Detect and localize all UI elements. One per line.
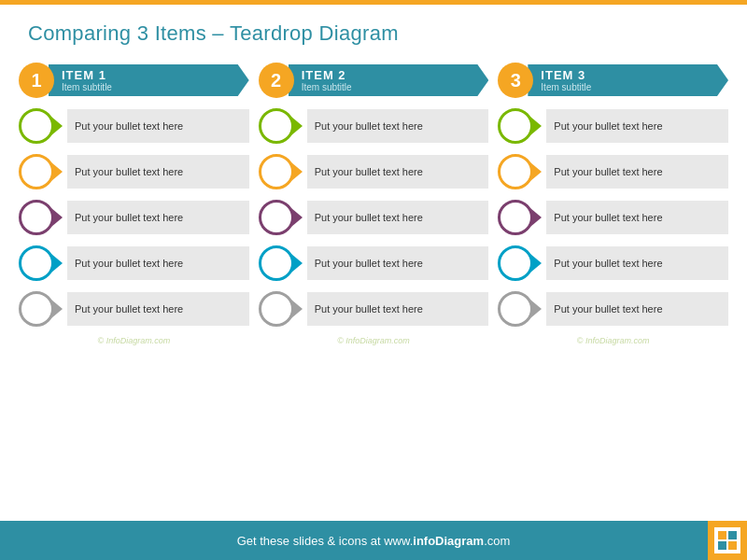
- svg-rect-3: [728, 541, 737, 550]
- bullet-arrow-orange: [530, 162, 542, 181]
- col-2-bullet-3: Put your bullet text here: [259, 197, 489, 238]
- bullet-text: Put your bullet text here: [546, 109, 728, 143]
- bullet-circle-orange: [259, 154, 294, 189]
- column-3: 3 ITEM 3 Item subtitle Put your bullet t…: [498, 63, 728, 345]
- bullet-text: Put your bullet text here: [546, 246, 728, 280]
- bullet-circle-gray: [19, 291, 54, 327]
- bullet-arrow-orange: [291, 162, 303, 181]
- col-1-bullet-3: Put your bullet text here: [19, 197, 249, 238]
- col-3-bullet-4: Put your bullet text here: [498, 243, 728, 284]
- columns-container: 1 ITEM 1 Item subtitle Put your bullet t…: [0, 53, 747, 345]
- bullet-text: Put your bullet text here: [307, 201, 489, 234]
- bullet-circle-orange: [498, 154, 533, 189]
- bullet-circle-orange: [19, 154, 54, 189]
- bullet-arrow-purple: [291, 208, 303, 227]
- bullet-circle-purple: [259, 200, 294, 235]
- bullet-text: Put your bullet text here: [546, 201, 728, 234]
- col-2-bullet-2: Put your bullet text here: [259, 151, 489, 192]
- bullet-circle-blue: [498, 245, 533, 281]
- bullet-text: Put your bullet text here: [67, 246, 249, 280]
- bullet-arrow-gray: [51, 300, 63, 318]
- col-3-bullet-2: Put your bullet text here: [498, 151, 728, 192]
- bullet-arrow-green: [51, 117, 63, 135]
- col-2-bullet-4: Put your bullet text here: [259, 243, 489, 284]
- col-2-watermark: © InfoDiagram.com: [259, 336, 489, 345]
- bullet-text: Put your bullet text here: [307, 109, 489, 143]
- col-3-header: 3 ITEM 3 Item subtitle: [498, 63, 728, 98]
- bullet-text: Put your bullet text here: [67, 109, 249, 143]
- bullet-text: Put your bullet text here: [546, 292, 728, 326]
- col-1-watermark: © InfoDiagram.com: [19, 336, 249, 345]
- col-1-bullet-5: Put your bullet text here: [19, 288, 249, 329]
- col-1-number: 1: [19, 63, 54, 98]
- bullet-circle-blue: [259, 245, 294, 281]
- page-title: Comparing 3 Items – Teardrop Diagram: [0, 5, 747, 53]
- col-3-title: ITEM 3: [541, 68, 719, 82]
- bullet-text: Put your bullet text here: [307, 155, 489, 189]
- bullet-circle-gray: [259, 291, 294, 327]
- svg-rect-2: [718, 541, 726, 550]
- bullet-circle-purple: [19, 200, 54, 235]
- bullet-text: Put your bullet text here: [67, 201, 249, 234]
- bullet-circle-purple: [498, 200, 533, 235]
- bullet-circle-blue: [19, 245, 54, 281]
- col-2-number: 2: [259, 63, 294, 98]
- col-1-bullet-2: Put your bullet text here: [19, 151, 249, 192]
- bullet-arrow-green: [291, 117, 303, 135]
- bullet-text: Put your bullet text here: [307, 292, 489, 326]
- bullet-text: Put your bullet text here: [546, 155, 728, 189]
- bullet-circle-gray: [498, 291, 533, 327]
- svg-rect-1: [728, 531, 737, 539]
- bullet-circle-green: [259, 108, 294, 144]
- bullet-text: Put your bullet text here: [67, 292, 249, 326]
- col-2-title-box: ITEM 2 Item subtitle: [289, 64, 489, 96]
- bullet-arrow-gray: [530, 300, 542, 318]
- bullet-arrow-orange: [51, 162, 63, 181]
- column-2: 2 ITEM 2 Item subtitle Put your bullet t…: [259, 63, 489, 345]
- bullet-circle-green: [498, 108, 533, 144]
- bullet-text: Put your bullet text here: [307, 246, 489, 280]
- col-1-subtitle: Item subtitle: [62, 82, 240, 92]
- col-1-bullet-1: Put your bullet text here: [19, 105, 249, 147]
- bullet-arrow-green: [530, 117, 542, 135]
- column-1: 1 ITEM 1 Item subtitle Put your bullet t…: [19, 63, 249, 345]
- bullet-text: Put your bullet text here: [67, 155, 249, 189]
- col-1-title: ITEM 1: [62, 68, 240, 82]
- col-1-header: 1 ITEM 1 Item subtitle: [19, 63, 249, 98]
- col-2-subtitle: Item subtitle: [302, 82, 480, 92]
- col-2-bullet-1: Put your bullet text here: [259, 105, 489, 147]
- col-3-title-box: ITEM 3 Item subtitle: [528, 64, 728, 96]
- bullet-arrow-purple: [51, 208, 63, 227]
- col-3-subtitle: Item subtitle: [541, 82, 719, 92]
- col-3-bullet-3: Put your bullet text here: [498, 197, 728, 238]
- col-2-title: ITEM 2: [302, 68, 480, 82]
- bullet-arrow-blue: [51, 254, 63, 273]
- col-3-watermark: © InfoDiagram.com: [498, 336, 728, 345]
- bottom-logo-icon: [714, 527, 740, 553]
- bottom-text: Get these slides & icons at www.infoDiag…: [237, 534, 511, 548]
- svg-rect-0: [718, 531, 726, 539]
- bullet-arrow-purple: [530, 208, 542, 227]
- col-1-title-box: ITEM 1 Item subtitle: [49, 64, 249, 96]
- col-3-bullet-1: Put your bullet text here: [498, 105, 728, 147]
- bottom-bar: Get these slides & icons at www.infoDiag…: [0, 521, 747, 560]
- bullet-circle-green: [19, 108, 54, 144]
- bullet-arrow-gray: [291, 300, 303, 318]
- col-2-bullet-5: Put your bullet text here: [259, 288, 489, 329]
- col-3-bullet-5: Put your bullet text here: [498, 288, 728, 329]
- bullet-arrow-blue: [530, 254, 542, 273]
- col-2-header: 2 ITEM 2 Item subtitle: [259, 63, 489, 98]
- bottom-logo-box: [708, 521, 747, 560]
- bullet-arrow-blue: [291, 254, 303, 273]
- col-1-bullet-4: Put your bullet text here: [19, 243, 249, 284]
